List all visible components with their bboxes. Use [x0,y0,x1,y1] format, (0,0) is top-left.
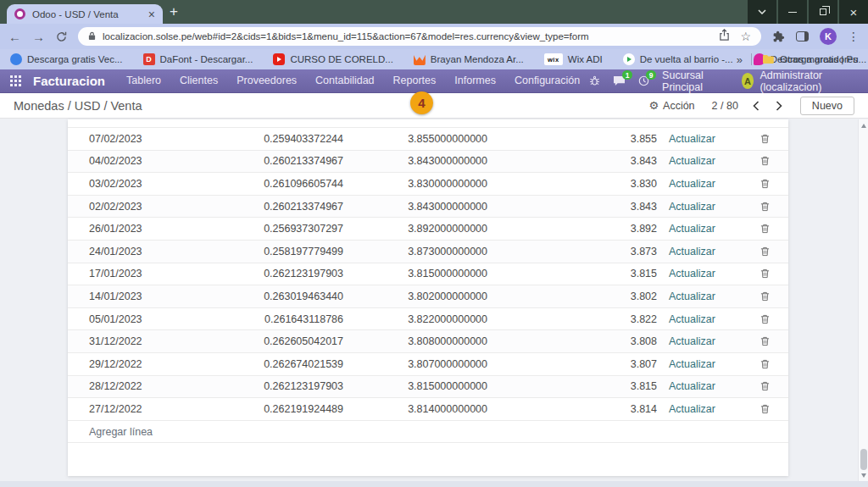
rate-cell[interactable]: 0.260213374967 [233,201,343,213]
rate-date-cell[interactable]: 17/01/2023 [68,268,233,279]
bookmark-item[interactable]: DDaFont - Descargar... [143,53,253,65]
company-switcher[interactable]: Sucursal Principal [662,69,728,93]
rate-date-cell[interactable]: 14/01/2023 [68,291,233,302]
address-bar[interactable]: localizacion.solse.pe/web#id=2&cids=1&bi… [78,27,761,46]
actualizar-button[interactable]: Actualizar [657,358,742,370]
user-menu[interactable]: Administrator (localizacion) [760,69,860,93]
breadcrumb[interactable]: Monedas / USD / Venta [14,99,142,113]
rate-row[interactable]: 26/01/20230.2569373072973.8920000000003.… [68,218,788,241]
rate-row[interactable]: 05/01/20230.2616431187863.8220000000003.… [68,308,788,331]
rate-row[interactable]: 02/02/20230.2602133749673.8430000000003.… [68,196,788,219]
tab-search-chevron-icon[interactable] [748,0,776,24]
rate-row[interactable]: 28/12/20220.2621231979033.8150000000003.… [68,376,788,399]
company-rate-cell[interactable]: 3.843 [487,201,657,213]
rate-date-cell[interactable]: 05/01/2023 [68,313,233,325]
bookmark-item[interactable]: Brayan Mendoza Ar... [414,53,524,65]
minimize-button[interactable] [778,0,807,24]
pager-next-button[interactable] [774,101,784,111]
actualizar-button[interactable]: Actualizar [657,178,742,190]
rate-date-cell[interactable]: 07/02/2023 [68,133,233,145]
inverse-rate-cell[interactable]: 3.815000000000 [343,268,487,279]
tab-close-icon[interactable]: × [148,8,155,20]
rate-cell[interactable]: 0.263019463440 [233,291,343,302]
company-rate-cell[interactable]: 3.822 [487,313,657,325]
actualizar-button[interactable]: Actualizar [657,335,742,347]
side-panel-icon[interactable] [796,31,809,42]
user-avatar[interactable]: A [742,73,754,89]
rate-cell[interactable]: 0.259403372244 [233,133,343,145]
trash-icon[interactable] [742,156,788,166]
pager-previous-button[interactable] [751,101,761,111]
rate-row[interactable]: 03/02/20230.2610966057443.8300000000003.… [68,173,788,196]
new-tab-button[interactable]: + [170,3,178,20]
scroll-up-icon[interactable] [859,121,868,130]
actualizar-button[interactable]: Actualizar [657,246,742,257]
browser-tab[interactable]: Odoo - USD / Venta × [7,4,163,24]
rate-row[interactable]: 27/12/20220.2621919244893.8140000000003.… [68,398,788,421]
company-rate-cell[interactable]: 3.830 [487,178,657,190]
trash-icon[interactable] [742,134,788,144]
inverse-rate-cell[interactable]: 3.808000000000 [343,335,487,347]
rate-row[interactable]: 24/01/20230.2581977794993.8730000000003.… [68,241,788,263]
scroll-down-icon[interactable] [859,471,868,479]
company-rate-cell[interactable]: 3.873 [487,246,657,257]
rate-date-cell[interactable]: 27/12/2022 [68,403,233,415]
actualizar-button[interactable]: Actualizar [657,223,742,235]
trash-icon[interactable] [742,359,788,369]
bookmark-item[interactable]: wixWix ADI [544,53,603,65]
inverse-rate-cell[interactable]: 3.843000000000 [343,201,487,213]
trash-icon[interactable] [742,268,788,279]
trash-icon[interactable] [742,246,788,257]
inverse-rate-cell[interactable]: 3.802000000000 [343,291,487,302]
debug-bug-icon[interactable] [589,75,600,86]
rate-row[interactable]: 29/12/20220.2626740215393.8070000000003.… [68,353,788,376]
profile-avatar[interactable]: K [820,28,837,45]
inverse-rate-cell[interactable]: 3.892000000000 [343,223,487,235]
actualizar-button[interactable]: Actualizar [657,268,742,279]
bookmark-item[interactable]: De vuelta al barrio -... [623,53,733,65]
activities-clock-icon[interactable]: 9 [638,75,649,86]
other-bookmarks-button[interactable]: Otros marcadores [762,52,858,67]
company-rate-cell[interactable]: 3.843 [487,155,657,167]
actualizar-button[interactable]: Actualizar [657,291,742,302]
rate-date-cell[interactable]: 24/01/2023 [68,246,233,257]
company-rate-cell[interactable]: 3.807 [487,358,657,370]
messages-icon[interactable]: 1 [613,75,626,86]
company-rate-cell[interactable]: 3.808 [487,335,657,347]
trash-icon[interactable] [742,202,788,212]
apps-grid-icon[interactable] [10,75,21,86]
browser-menu-icon[interactable]: ⋮ [848,30,860,43]
company-rate-cell[interactable]: 3.892 [487,223,657,235]
nav-menu-proveedores[interactable]: Proveedores [227,69,306,92]
trash-icon[interactable] [742,314,788,324]
action-menu-button[interactable]: ⚙ Acción [648,100,694,112]
rate-row[interactable]: 14/01/20230.2630194634403.8020000000003.… [68,285,788,308]
rate-date-cell[interactable]: 29/12/2022 [68,358,233,370]
reload-icon[interactable] [56,31,67,42]
trash-icon[interactable] [742,404,788,414]
bookmark-item[interactable]: CURSO DE CORELD... [273,53,392,65]
nav-menu-contabilidad[interactable]: Contabilidad [306,69,384,92]
nav-menu-tablero[interactable]: Tablero [117,69,170,92]
back-icon[interactable]: ← [8,30,21,43]
company-rate-cell[interactable]: 3.815 [487,380,657,392]
inverse-rate-cell[interactable]: 3.843000000000 [343,155,487,167]
extensions-puzzle-icon[interactable] [772,30,785,43]
rate-date-cell[interactable]: 02/02/2023 [68,201,233,213]
company-rate-cell[interactable]: 3.802 [487,291,657,302]
nav-menu-reportes[interactable]: Reportes [384,69,446,92]
trash-icon[interactable] [742,381,788,391]
actualizar-button[interactable]: Actualizar [657,403,742,415]
close-button[interactable]: × [839,0,868,24]
rate-date-cell[interactable]: 26/01/2023 [68,223,233,235]
rate-cell[interactable]: 0.261096605744 [233,178,343,190]
app-brand[interactable]: Facturacion [33,74,105,88]
trash-icon[interactable] [742,291,788,302]
rate-date-cell[interactable]: 04/02/2023 [68,155,233,167]
forward-icon[interactable]: → [32,30,45,43]
restore-button[interactable] [809,0,837,24]
rate-cell[interactable]: 0.260213374967 [233,155,343,167]
bookmark-item[interactable]: Descarga gratis Vec... [10,53,123,65]
scrollbar-thumb[interactable] [860,449,867,470]
inverse-rate-cell[interactable]: 3.814000000000 [343,403,487,415]
